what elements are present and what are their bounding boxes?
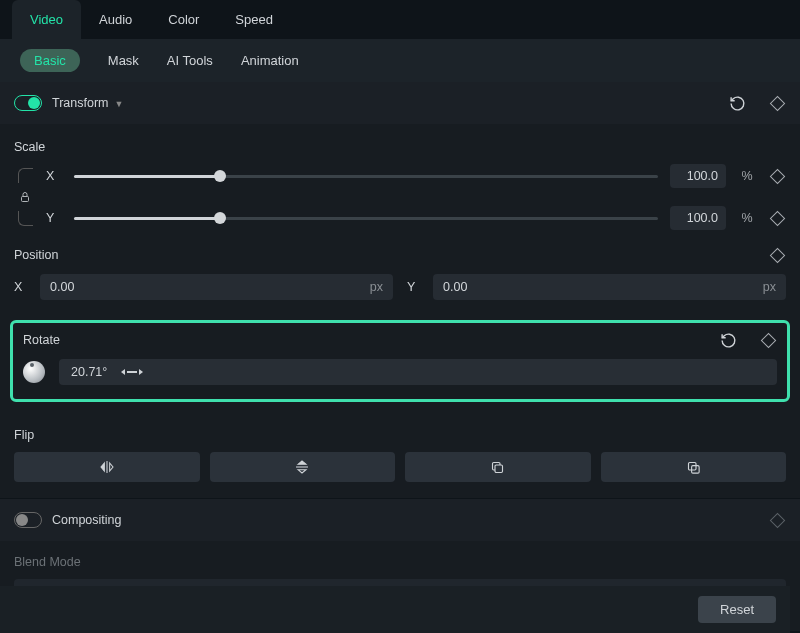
scale-y-unit: % [738,211,756,225]
compositing-title: Compositing [52,513,121,527]
transform-title[interactable]: Transform▼ [52,96,123,110]
rotate-keyframe-icon[interactable] [759,331,777,349]
subtab-animation[interactable]: Animation [241,53,299,68]
copy-button[interactable] [405,452,591,482]
scale-y-value[interactable]: 100.0 [670,206,726,230]
position-label: Position [14,248,58,262]
scale-x-slider[interactable] [74,174,658,178]
chevron-down-icon: ▼ [115,99,124,109]
transform-reset-icon[interactable] [728,94,746,112]
compositing-header: Compositing [0,498,800,541]
scale-y-keyframe-icon[interactable] [768,209,786,227]
pos-y-axis: Y [407,280,423,294]
paste-button[interactable] [601,452,787,482]
scale-x-unit: % [738,169,756,183]
subtab-ai-tools[interactable]: AI Tools [167,53,213,68]
tab-speed[interactable]: Speed [217,0,291,39]
subtab-mask[interactable]: Mask [108,53,139,68]
blend-mode-label: Blend Mode [14,555,786,569]
scale-x-value[interactable]: 100.0 [670,164,726,188]
tab-video[interactable]: Video [12,0,81,39]
compositing-toggle[interactable] [14,512,42,528]
compositing-keyframe-icon[interactable] [768,511,786,529]
drag-horizontal-icon[interactable] [121,369,143,375]
transform-keyframe-icon[interactable] [768,94,786,112]
subtab-basic[interactable]: Basic [20,49,80,72]
pos-y-input[interactable]: 0.00px [433,274,786,300]
svg-rect-0 [22,197,29,202]
reset-button[interactable]: Reset [698,596,776,623]
pos-x-axis: X [14,280,30,294]
rotate-input[interactable]: 20.71° [59,359,777,385]
scale-y-axis: Y [46,211,62,225]
scale-x-axis: X [46,169,62,183]
transform-toggle[interactable] [14,95,42,111]
position-keyframe-icon[interactable] [768,246,786,264]
transform-header: Transform▼ [0,82,800,124]
flip-horizontal-button[interactable] [14,452,200,482]
lock-icon[interactable] [19,188,31,206]
scale-label: Scale [14,124,786,164]
tab-color[interactable]: Color [150,0,217,39]
rotate-label: Rotate [23,333,60,347]
scale-x-keyframe-icon[interactable] [768,167,786,185]
flip-vertical-button[interactable] [210,452,396,482]
svg-rect-1 [495,465,503,473]
tab-audio[interactable]: Audio [81,0,150,39]
pos-x-input[interactable]: 0.00px [40,274,393,300]
rotate-dial[interactable] [23,361,45,383]
scale-y-slider[interactable] [74,216,658,220]
footer: Reset [0,586,790,633]
flip-label: Flip [14,412,786,452]
rotate-reset-icon[interactable] [719,331,737,349]
